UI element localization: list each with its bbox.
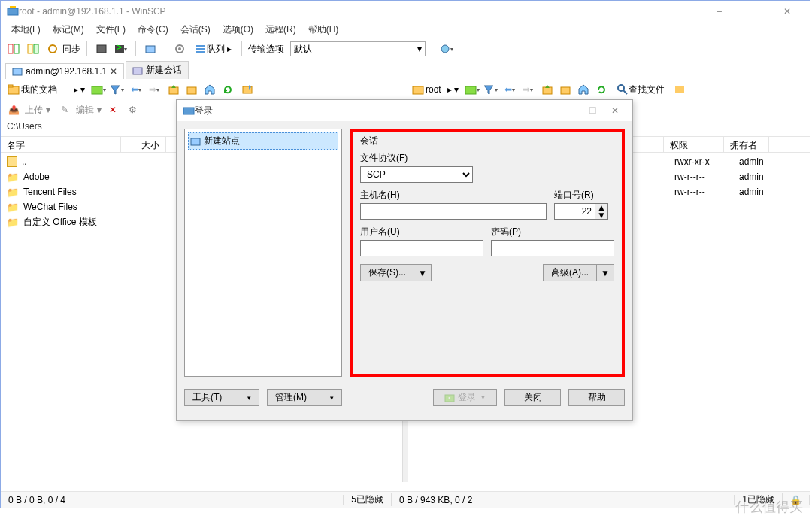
sync-label[interactable]: 同步	[62, 43, 80, 56]
close-dialog-button[interactable]: 关闭	[504, 389, 561, 406]
tab-new-session[interactable]: 新建会话	[126, 61, 189, 79]
login-dialog: 登录 – ☐ ✕ 新建站点 会话 文件协议(F) SCP 主机名(H)	[176, 99, 633, 421]
col-size[interactable]: 大小	[121, 137, 166, 152]
svg-rect-21	[169, 87, 178, 94]
right-dir-label: root	[426, 84, 441, 95]
menu-help[interactable]: 帮助(H)	[302, 22, 345, 38]
session-settings: 会话 文件协议(F) SCP 主机名(H) 端口号(R) ▲	[350, 129, 625, 377]
login-minimize-button[interactable]: –	[559, 100, 581, 121]
left-panel-toolbar: 我的文档 ▸ ▾ ⬅ ➡	[1, 79, 405, 100]
folder-icon	[7, 171, 19, 183]
new-site-item[interactable]: 新建站点	[188, 132, 338, 150]
queue-dropdown[interactable]: 队列 ▸	[191, 41, 235, 57]
props-icon[interactable]: ⚙	[124, 102, 141, 118]
svg-rect-31	[183, 108, 194, 114]
login-footer: 工具(T) 管理(M) 登录 ▼ 关闭 帮助	[177, 384, 632, 411]
upload-label[interactable]: 上传	[25, 104, 43, 117]
port-down-icon[interactable]: ▼	[595, 211, 607, 219]
username-input[interactable]	[360, 240, 483, 256]
right-dir-combo[interactable]: root ▸ ▾	[408, 81, 462, 98]
sync-icon[interactable]	[44, 41, 61, 57]
svg-text:>: >	[117, 44, 122, 53]
svg-rect-14	[196, 51, 205, 53]
tab-close-icon[interactable]: ✕	[110, 66, 117, 77]
menu-mark[interactable]: 标记(M)	[47, 22, 90, 38]
transfer-preset-dropdown[interactable]: 默认▾	[290, 41, 426, 56]
app-icon	[7, 5, 19, 17]
menu-command[interactable]: 命令(C)	[132, 22, 174, 38]
status-left: 0 B / 0 B, 0 / 4	[1, 495, 344, 505]
save-button[interactable]: 保存(S)...	[360, 264, 414, 281]
bookmark-icon[interactable]	[671, 81, 688, 98]
menu-remote[interactable]: 远程(R)	[259, 22, 302, 38]
protocol-select[interactable]: SCP	[360, 166, 473, 183]
password-input[interactable]	[491, 240, 614, 256]
port-input[interactable]	[554, 203, 595, 220]
home-icon[interactable]	[201, 81, 218, 98]
menu-local[interactable]: 本地(L)	[5, 22, 47, 38]
advanced-dropdown-icon[interactable]: ▼	[597, 264, 614, 281]
back-icon[interactable]: ⬅	[128, 81, 144, 98]
sites-tree[interactable]: 新建站点	[184, 129, 342, 377]
login-title-bar: 登录 – ☐ ✕	[177, 100, 632, 121]
status-bar: 0 B / 0 B, 0 / 4 5已隐藏 0 B / 943 KB, 0 / …	[1, 491, 810, 508]
maximize-button[interactable]: ☐	[736, 1, 770, 22]
svg-rect-24	[413, 86, 423, 94]
svg-rect-17	[133, 68, 142, 74]
menu-session[interactable]: 会话(S)	[174, 22, 217, 38]
forward-icon[interactable]: ➡	[520, 81, 536, 98]
login-close-button[interactable]: ✕	[604, 100, 626, 121]
toggle-panel-icon[interactable]	[93, 41, 110, 57]
left-dir-label: 我的文档	[21, 83, 57, 96]
home-icon[interactable]	[575, 81, 592, 98]
root-dir-icon[interactable]	[557, 81, 574, 98]
menu-file[interactable]: 文件(F)	[90, 22, 132, 38]
svg-rect-12	[196, 45, 205, 47]
login-maximize-button: ☐	[581, 100, 604, 121]
folder-icon	[7, 187, 19, 198]
minimize-button[interactable]: –	[702, 1, 736, 22]
gear-icon[interactable]	[171, 41, 188, 57]
find-files-button[interactable]: 查找文件	[613, 81, 668, 98]
upload-icon[interactable]: 📤	[5, 102, 22, 118]
open-dir-icon[interactable]	[464, 81, 480, 98]
col-perm[interactable]: 权限	[664, 137, 724, 152]
main-toolbar: 同步 > 队列 ▸ 传输选项 默认▾	[1, 38, 810, 59]
advanced-button[interactable]: 高级(A)...	[543, 264, 597, 281]
svg-rect-1	[10, 6, 16, 8]
new-session-icon[interactable]	[142, 41, 159, 57]
save-dropdown-icon[interactable]: ▼	[414, 264, 432, 281]
delete-icon[interactable]: ✕	[105, 102, 121, 118]
col-owner[interactable]: 拥有者	[724, 137, 769, 152]
parent-dir-icon[interactable]	[165, 81, 182, 98]
parent-dir-icon[interactable]	[539, 81, 556, 98]
login-button[interactable]: 登录 ▼	[433, 389, 497, 406]
help-button[interactable]: 帮助	[568, 389, 625, 406]
edit-label[interactable]: 编辑	[76, 104, 94, 117]
window-title: root - admin@192.168.1.1 - WinSCP	[19, 6, 702, 17]
filter-icon[interactable]	[482, 81, 498, 98]
compare-icon[interactable]	[25, 41, 41, 57]
refresh-icon[interactable]	[593, 81, 610, 98]
login-icon	[183, 105, 195, 117]
refresh-icon[interactable]	[220, 81, 236, 98]
manage-button[interactable]: 管理(M)	[267, 389, 342, 406]
forward-icon[interactable]: ➡	[146, 81, 162, 98]
menu-options[interactable]: 选项(O)	[217, 22, 259, 38]
console-dropdown-icon[interactable]: >	[113, 41, 129, 57]
transfer-label: 传输选项	[248, 43, 284, 56]
open-dir-icon[interactable]	[90, 81, 107, 98]
edit-icon[interactable]: ✎	[56, 102, 73, 118]
tab-active-session[interactable]: admin@192.168.1.1 ✕	[5, 63, 124, 79]
filter-icon[interactable]	[108, 81, 125, 98]
host-input[interactable]	[360, 203, 547, 220]
close-button[interactable]: ✕	[770, 1, 804, 22]
misc-dropdown-icon[interactable]	[438, 41, 455, 57]
root-dir-icon[interactable]	[183, 81, 200, 98]
tools-button[interactable]: 工具(T)	[184, 389, 259, 406]
back-icon[interactable]: ⬅	[501, 81, 518, 98]
col-name[interactable]: 名字	[1, 137, 121, 152]
bookmark-icon[interactable]	[239, 81, 256, 98]
left-dir-combo[interactable]: 我的文档 ▸ ▾	[4, 81, 89, 98]
sync-browse-icon[interactable]	[5, 41, 22, 57]
